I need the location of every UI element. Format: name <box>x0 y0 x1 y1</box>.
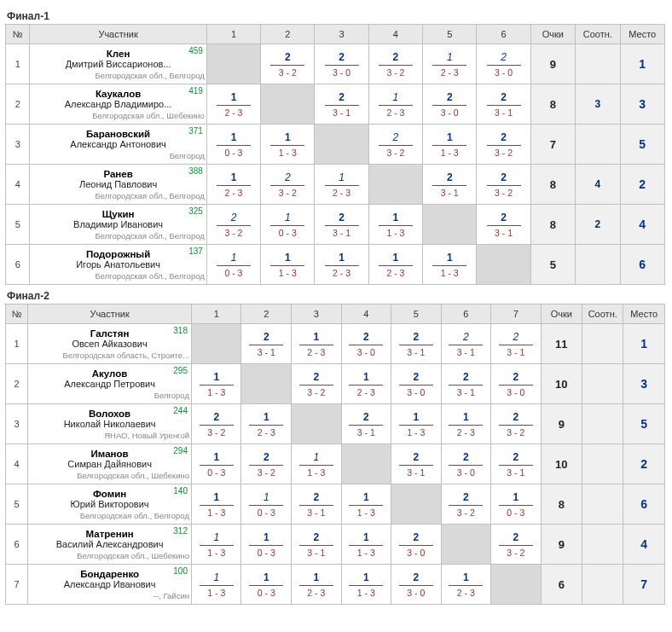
result-score: 1 - 3 <box>423 146 476 158</box>
result-points: 1 <box>192 491 241 505</box>
result-points: 1 <box>192 451 241 465</box>
first-name: Александр Иванович <box>28 579 191 589</box>
result-cell: 23 - 0 <box>477 44 530 84</box>
result-score: 1 - 3 <box>292 466 341 478</box>
result-cell: 23 - 0 <box>391 364 442 404</box>
first-name: Александр Петрович <box>28 379 191 389</box>
first-name: Александр Владимиро... <box>30 99 206 109</box>
ratio-cell <box>582 525 623 565</box>
col-header-participant: Участник <box>28 304 192 324</box>
place-cell: 4 <box>620 205 665 245</box>
col-header-opp: 7 <box>491 304 542 324</box>
result-cell: 11 - 3 <box>191 565 241 605</box>
place-cell: 2 <box>623 444 665 484</box>
col-header-opp: 2 <box>261 25 315 44</box>
result-score: 3 - 2 <box>491 426 541 438</box>
last-name: Щукин <box>30 209 206 219</box>
result-cell: 12 - 3 <box>368 245 422 285</box>
result-cell: 12 - 3 <box>341 364 391 404</box>
row-number: 5 <box>6 484 28 525</box>
result-score: 3 - 1 <box>477 226 530 238</box>
place-cell: 7 <box>623 565 665 605</box>
result-score: 3 - 0 <box>442 466 491 478</box>
participant-cell: 244ВолоховНиколай НиколаевичЯНАО, Новый … <box>28 404 192 444</box>
col-header-place: Место <box>620 25 665 44</box>
result-score: 0 - 3 <box>261 226 314 238</box>
result-score: 2 - 3 <box>442 426 491 438</box>
result-score: 0 - 3 <box>241 546 291 558</box>
rating: 295 <box>173 366 188 375</box>
rating: 318 <box>173 326 188 335</box>
result-cell: 23 - 2 <box>477 165 530 205</box>
result-cell: 11 - 3 <box>341 525 391 565</box>
result-points: 1 <box>315 171 368 185</box>
result-points: 1 <box>442 571 491 585</box>
participant-cell: 459КленДмитрий Виссарионов...Белгородска… <box>30 44 206 84</box>
result-points: 1 <box>369 212 422 225</box>
result-cell: 12 - 3 <box>241 404 292 444</box>
result-score: 1 - 3 <box>192 386 241 397</box>
result-cell: 23 - 2 <box>368 125 422 165</box>
result-score: 3 - 2 <box>491 546 541 558</box>
result-cell: 12 - 3 <box>441 565 491 605</box>
diagonal-cell <box>292 404 342 444</box>
result-cell: 23 - 1 <box>491 324 542 364</box>
col-header-points: Очки <box>541 304 582 324</box>
col-header-ratio: Соотн. <box>576 25 620 44</box>
result-points: 1 <box>423 252 476 265</box>
last-name: Ранев <box>30 169 206 179</box>
result-points: 2 <box>207 212 260 225</box>
last-name: Барановский <box>30 129 206 139</box>
result-points: 1 <box>241 571 291 585</box>
result-points: 1 <box>423 131 476 145</box>
col-header-opp: 5 <box>391 304 442 324</box>
result-score: 3 - 2 <box>369 146 422 158</box>
result-cell: 23 - 0 <box>391 525 442 565</box>
result-score: 3 - 2 <box>477 186 530 198</box>
col-header-opp: 4 <box>368 25 422 44</box>
location: Белгородская обл., Белгород <box>30 71 206 80</box>
result-points: 2 <box>369 51 422 65</box>
result-cell: 10 - 3 <box>241 525 292 565</box>
diagonal-cell <box>261 84 315 125</box>
result-points: 2 <box>391 451 441 465</box>
result-points: 1 <box>423 51 476 65</box>
result-points: 2 <box>442 331 491 345</box>
participant-cell: 137ПодорожныйИгорь АнатольевичБелгородск… <box>30 245 206 285</box>
result-cell: 23 - 0 <box>441 444 491 484</box>
row-number: 6 <box>6 525 28 565</box>
result-score: 0 - 3 <box>207 146 260 158</box>
result-cell: 23 - 2 <box>491 404 542 444</box>
result-cell: 12 - 3 <box>206 84 260 125</box>
result-cell: 23 - 1 <box>423 165 477 205</box>
place-cell: 1 <box>620 44 665 84</box>
diagonal-cell <box>368 165 422 205</box>
group-title: Финал-2 <box>7 290 667 302</box>
result-cell: 23 - 1 <box>441 364 491 404</box>
result-cell: 10 - 3 <box>206 125 260 165</box>
result-points: 2 <box>477 131 530 145</box>
last-name: Бондаренко <box>28 569 191 579</box>
result-points: 1 <box>207 252 260 265</box>
ratio-cell <box>582 484 623 525</box>
group-title: Финал-1 <box>7 10 667 22</box>
result-points: 1 <box>261 252 314 265</box>
rating: 100 <box>173 566 188 576</box>
participant-cell: 295АкуловАлександр ПетровичБелгород <box>28 364 192 404</box>
place-cell: 3 <box>623 364 665 404</box>
participant-cell: 140ФоминЮрий ВикторовичБелгородская обл.… <box>28 484 192 525</box>
result-points: 2 <box>477 212 530 225</box>
crosstable: №Участник123456ОчкиСоотн.Место1459КленДм… <box>5 24 665 285</box>
col-header-opp: 1 <box>206 25 260 44</box>
first-name: Василий Александрович <box>28 539 191 549</box>
result-points: 1 <box>241 411 291 425</box>
result-points: 1 <box>442 411 491 425</box>
result-points: 1 <box>342 371 391 385</box>
rating: 312 <box>173 526 188 536</box>
result-points: 1 <box>292 571 341 585</box>
diagonal-cell <box>477 245 530 285</box>
last-name: Галстян <box>28 328 191 339</box>
place-cell: 1 <box>623 324 665 364</box>
result-points: 2 <box>391 571 441 585</box>
first-name: Игорь Анатольевич <box>30 259 206 270</box>
